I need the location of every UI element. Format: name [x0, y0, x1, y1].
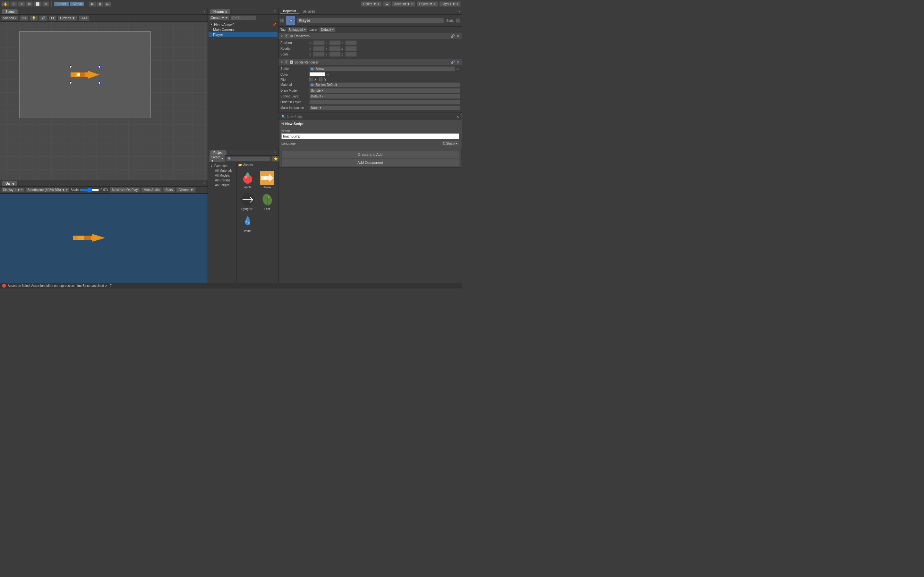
rect-tool[interactable]: ⬜	[33, 1, 42, 7]
inspector-tab[interactable]: Inspector	[280, 9, 299, 14]
object-name-input[interactable]	[297, 18, 444, 23]
scene-view[interactable]	[0, 22, 208, 180]
game-gizmos[interactable]: Gizmos ▼	[176, 187, 196, 193]
pos-x-input[interactable]: 0	[313, 40, 325, 45]
transform-all-tool[interactable]: ⊕	[42, 1, 49, 7]
global-toggle[interactable]: Global	[69, 1, 85, 7]
transform-enable[interactable]	[284, 34, 288, 38]
pause-button[interactable]: ⏸	[97, 2, 103, 7]
main-camera-item[interactable]: Main Camera	[208, 27, 278, 32]
player-item[interactable]: Player	[208, 32, 278, 37]
game-tab[interactable]: Game	[2, 181, 18, 186]
sprite-renderer-enable[interactable]	[284, 60, 288, 64]
material-field[interactable]: Sprites-Default	[309, 82, 460, 87]
flip-y-checkbox[interactable]	[319, 77, 323, 81]
rot-z-input[interactable]: 0	[345, 46, 357, 51]
color-picker[interactable]: ✏	[326, 73, 330, 76]
rot-x-input[interactable]: 0	[313, 46, 325, 51]
handle-tl[interactable]	[69, 65, 72, 68]
sorting-layer-dropdown[interactable]: Default	[309, 94, 460, 99]
2d-toggle[interactable]: 2D	[19, 15, 28, 21]
sidebar-all-prefabs[interactable]: All Prefabs	[209, 178, 235, 183]
scale-z-input[interactable]: 1	[345, 52, 357, 57]
fx-btn[interactable]: 🎞	[49, 15, 57, 21]
account-button[interactable]: Account ▼	[392, 1, 415, 7]
handle-tr[interactable]	[98, 65, 101, 68]
color-swatch[interactable]	[309, 72, 325, 77]
scale-tool[interactable]: ⊞	[26, 1, 33, 7]
pos-y-input[interactable]: 0	[329, 40, 341, 45]
sprite-settings[interactable]: ⚙	[456, 61, 460, 64]
new-script-search-input[interactable]	[287, 115, 455, 119]
add-component-button[interactable]: Add Component	[281, 159, 459, 166]
sprite-link[interactable]: 🔗	[450, 61, 455, 64]
sidebar-all-scripts[interactable]: All Scripts	[209, 183, 235, 187]
project-close[interactable]: ✕	[274, 151, 276, 154]
project-tab[interactable]: Project	[210, 150, 227, 155]
sidebar-all-materials[interactable]: All Materials	[209, 168, 235, 173]
scale-x-input[interactable]: 1	[313, 52, 325, 57]
scale-slider[interactable]	[80, 187, 99, 193]
display-dropdown[interactable]: Display 1 ▼	[1, 187, 25, 192]
order-input[interactable]: 0	[309, 100, 460, 105]
root-pin[interactable]: 📌	[273, 23, 276, 26]
sidebar-favorites[interactable]: ★ Favorites	[209, 163, 235, 168]
asset-water[interactable]: Water	[239, 213, 257, 234]
hierarchy-search[interactable]	[230, 15, 256, 20]
sidebar-all-models[interactable]: All Models	[209, 173, 235, 178]
scene-panel-close[interactable]: ✕	[203, 10, 206, 13]
maximize-btn[interactable]: Maximize On Play	[110, 187, 140, 193]
audio-btn[interactable]: 🔊	[39, 15, 47, 21]
resolution-dropdown[interactable]: Standalone (1024x768) ▼	[26, 187, 69, 192]
asset-arrow[interactable]: Arrow	[258, 169, 276, 190]
flyingarrow-root[interactable]: ▼ FlyingArrow* 📌	[208, 22, 278, 27]
back-arrow[interactable]: ◀	[281, 121, 284, 126]
sprite-field[interactable]: Arrow	[309, 66, 455, 71]
hand-tool[interactable]: ✋	[1, 1, 10, 7]
handle-br[interactable]	[98, 81, 101, 84]
scene-tab[interactable]: Scene	[2, 9, 18, 14]
hierarchy-create[interactable]: Create ▼	[209, 15, 229, 20]
cloud-button[interactable]: ☁	[383, 1, 391, 7]
static-checkbox[interactable]	[456, 19, 460, 23]
stats-btn[interactable]: Stats	[163, 187, 175, 193]
sprite-renderer-header[interactable]: ▼ 🖼 Sprite Renderer 🔗 ⚙	[278, 59, 462, 65]
script-name-input[interactable]	[281, 133, 459, 139]
layout-button[interactable]: Layout ▼	[439, 1, 461, 7]
transform-header[interactable]: ▼ ⊞ Transform 🔗 ⚙	[278, 33, 462, 39]
lighting-btn[interactable]: 💡	[29, 15, 38, 21]
create-and-add-button[interactable]: Create and Add	[281, 151, 459, 158]
hierarchy-tab[interactable]: Hierarchy	[210, 9, 231, 14]
services-tab[interactable]: Services	[299, 9, 318, 14]
rot-y-input[interactable]: 0	[329, 46, 341, 51]
tag-dropdown[interactable]: Untagged	[288, 27, 307, 32]
mute-btn[interactable]: Mute Audio	[141, 187, 162, 193]
shading-dropdown[interactable]: Shaded	[1, 16, 18, 21]
game-panel-close[interactable]: ✕	[203, 181, 206, 185]
center-toggle[interactable]: Center	[53, 1, 69, 7]
transform-link[interactable]: 🔗	[450, 34, 455, 38]
language-dropdown[interactable]: C Sharp	[441, 141, 459, 146]
play-button[interactable]: ▶	[89, 2, 96, 7]
collab-button[interactable]: Collab ▼	[361, 1, 382, 7]
sprite-target[interactable]: ◎	[456, 67, 460, 71]
draw-mode-dropdown[interactable]: Simple	[309, 88, 460, 93]
new-script-close-icon[interactable]: ✕	[456, 115, 459, 119]
scale-y-input[interactable]: 1	[329, 52, 341, 57]
scene-gizmos[interactable]: Gizmos ▼	[58, 15, 78, 21]
asset-flyingarrow[interactable]: FlyingArr...	[239, 191, 257, 212]
move-tool[interactable]: ✛	[10, 1, 17, 7]
game-view[interactable]	[0, 193, 208, 283]
step-button[interactable]: ⏭	[104, 2, 111, 7]
object-active-checkbox[interactable]	[280, 19, 284, 23]
flip-x-checkbox[interactable]	[309, 77, 313, 81]
project-create[interactable]: Create ▼	[209, 155, 225, 163]
asset-leaf[interactable]: Leaf	[258, 191, 276, 212]
rotate-tool[interactable]: ↻	[18, 1, 25, 7]
layer-dropdown[interactable]: Default	[319, 27, 336, 32]
selected-object[interactable]	[71, 67, 99, 83]
assets-folder[interactable]: 📁 Assets	[237, 162, 278, 168]
handle-bl[interactable]	[69, 81, 72, 84]
transform-settings[interactable]: ⚙	[456, 34, 460, 38]
inspector-close[interactable]: ✕	[458, 10, 461, 13]
